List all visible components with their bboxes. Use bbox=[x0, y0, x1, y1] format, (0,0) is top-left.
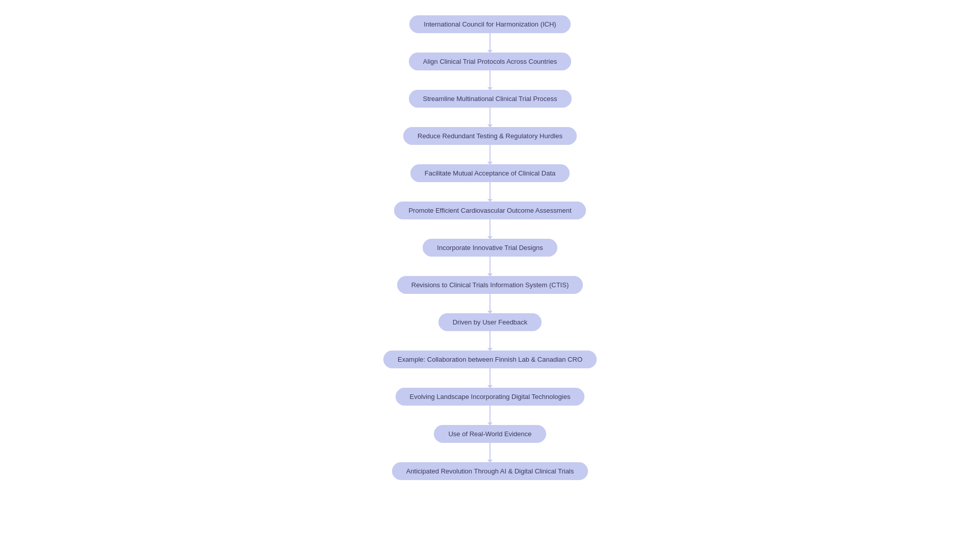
flowchart: International Council for Harmonization … bbox=[0, 0, 980, 506]
flow-node-node13: Anticipated Revolution Through AI & Digi… bbox=[392, 462, 589, 480]
flow-node-node6: Promote Efficient Cardiovascular Outcome… bbox=[394, 202, 585, 219]
flow-connector-11 bbox=[489, 443, 491, 462]
flow-node-node8: Revisions to Clinical Trials Information… bbox=[397, 276, 583, 294]
flow-node-node2: Align Clinical Trial Protocols Across Co… bbox=[409, 53, 571, 70]
flow-connector-3 bbox=[489, 145, 491, 164]
flow-connector-1 bbox=[489, 70, 491, 90]
flow-node-node5: Facilitate Mutual Acceptance of Clinical… bbox=[410, 164, 570, 182]
flow-node-node4: Reduce Redundant Testing & Regulatory Hu… bbox=[403, 127, 577, 145]
flow-node-node9: Driven by User Feedback bbox=[438, 313, 542, 331]
flow-node-node12: Use of Real-World Evidence bbox=[434, 425, 546, 443]
flow-connector-4 bbox=[489, 182, 491, 202]
flow-node-node3: Streamline Multinational Clinical Trial … bbox=[409, 90, 572, 108]
flow-connector-2 bbox=[489, 108, 491, 127]
flow-node-node1: International Council for Harmonization … bbox=[409, 15, 570, 33]
flow-connector-9 bbox=[489, 368, 491, 388]
flow-connector-5 bbox=[489, 219, 491, 239]
flow-node-node11: Evolving Landscape Incorporating Digital… bbox=[396, 388, 585, 406]
flow-connector-0 bbox=[489, 33, 491, 53]
flow-connector-8 bbox=[489, 331, 491, 350]
flow-connector-6 bbox=[489, 257, 491, 276]
flow-connector-7 bbox=[489, 294, 491, 313]
flow-connector-10 bbox=[489, 406, 491, 425]
flow-node-node10: Example: Collaboration between Finnish L… bbox=[383, 350, 597, 368]
flow-node-node7: Incorporate Innovative Trial Designs bbox=[423, 239, 557, 257]
